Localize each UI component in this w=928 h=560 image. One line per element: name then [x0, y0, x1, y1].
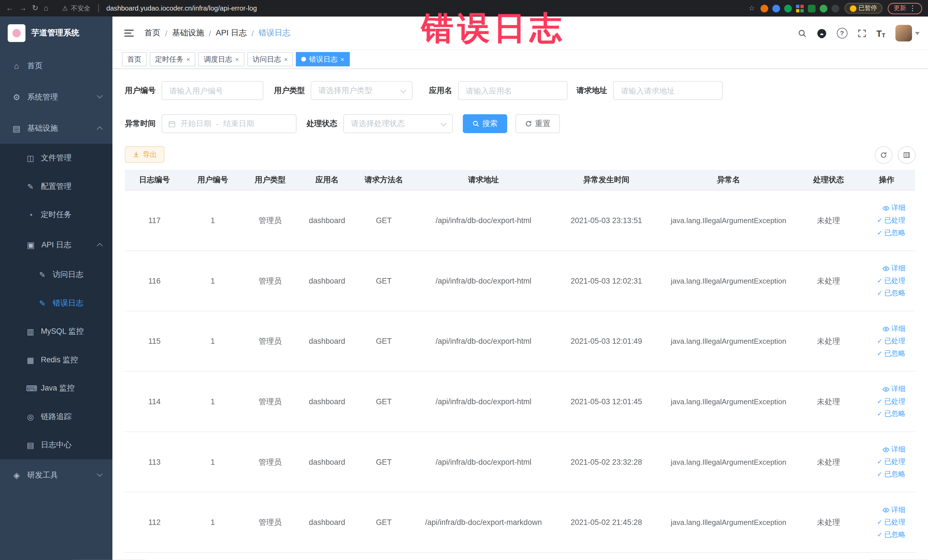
tag-error-log[interactable]: 错误日志 ×	[296, 52, 350, 67]
ignore-link[interactable]: ✓已忽略	[877, 530, 905, 540]
extension-icon-leaf[interactable]	[819, 5, 827, 12]
user-type-select[interactable]: 请选择用户类型	[311, 81, 412, 100]
close-icon[interactable]: ×	[340, 56, 344, 63]
extension-icon-on[interactable]	[807, 5, 815, 12]
app-logo[interactable]: 芋道管理系统	[0, 17, 112, 50]
export-button[interactable]: 导出	[125, 146, 165, 163]
sidebar-item-log-center[interactable]: ▤ 日志中心	[0, 431, 112, 459]
tools-icon: ◈	[12, 470, 21, 479]
sidebar-item-dev-tools[interactable]: ◈ 研发工具	[0, 459, 112, 491]
cell-exception: java.lang.IllegalArgumentException	[658, 397, 799, 406]
app-name-input[interactable]	[458, 81, 568, 100]
sidebar-item-access-log[interactable]: ✎ 访问日志	[0, 261, 112, 289]
ignore-link[interactable]: ✓已忽略	[877, 228, 905, 238]
breadcrumb-separator: /	[209, 29, 211, 38]
request-url-input[interactable]	[613, 81, 723, 100]
sidebar-item-system-mgmt[interactable]: ⚙ 系统管理	[0, 81, 112, 112]
processed-label: 已处理	[884, 397, 905, 406]
processed-link[interactable]: ✓已处理	[877, 215, 905, 225]
url-bar[interactable]: dashboard.yudao.iocoder.cn/infra/log/api…	[107, 5, 257, 12]
search-button[interactable]: 搜索	[463, 114, 507, 133]
reset-button[interactable]: 重置	[516, 114, 560, 133]
extension-icon-grid[interactable]	[796, 5, 803, 12]
security-indicator[interactable]: ⚠ 不安全	[62, 4, 90, 12]
home-icon[interactable]: ⌂	[44, 0, 48, 17]
breadcrumb-home[interactable]: 首页	[144, 28, 160, 38]
processed-link[interactable]: ✓已处理	[877, 397, 905, 406]
close-icon[interactable]: ×	[186, 56, 190, 63]
detail-link[interactable]: 详细	[882, 505, 905, 515]
detail-link[interactable]: 详细	[882, 444, 905, 455]
chevron-down-icon	[97, 471, 103, 477]
detail-link[interactable]: 详细	[882, 263, 905, 273]
search-icon[interactable]	[798, 29, 806, 38]
close-icon[interactable]: ×	[284, 56, 288, 63]
detail-link[interactable]: 详细	[882, 324, 905, 334]
tag-access-log[interactable]: 访问日志 ×	[247, 52, 293, 67]
detail-label: 详细	[891, 444, 905, 455]
breadcrumb-infrastructure[interactable]: 基础设施	[172, 28, 204, 38]
cell-method: GET	[355, 216, 412, 225]
reload-icon[interactable]: ↻	[32, 0, 38, 17]
warning-icon: ⚠	[62, 5, 68, 12]
processed-link[interactable]: ✓已处理	[877, 336, 905, 346]
ignore-link[interactable]: ✓已忽略	[877, 469, 905, 479]
table-row: 115 1 管理员 dashboard GET /api/infra/db-do…	[125, 311, 915, 372]
bookmark-star-icon[interactable]: ☆	[749, 4, 755, 12]
table-row: 112 1 管理员 dashboard GET /api/infra/db-do…	[125, 492, 915, 553]
processed-link[interactable]: ✓已处理	[877, 457, 905, 467]
more-menu-icon[interactable]: ⋮	[909, 4, 916, 12]
tag-home[interactable]: 首页	[122, 52, 147, 67]
date-range-picker[interactable]: 开始日期 - 结束日期	[162, 114, 296, 133]
column-settings-button[interactable]	[898, 146, 916, 164]
sidebar-item-trace[interactable]: ◎ 链路追踪	[0, 403, 112, 431]
filter-user-type: 用户类型 请选择用户类型	[274, 81, 412, 100]
ignore-link[interactable]: ✓已忽略	[877, 409, 905, 419]
sidebar-item-infrastructure[interactable]: ▤ 基础设施	[0, 112, 112, 144]
tag-cron-job[interactable]: 定时任务 ×	[150, 52, 196, 67]
tag-label: 访问日志	[253, 54, 281, 64]
ignore-link[interactable]: ✓已忽略	[877, 288, 905, 298]
sidebar-item-file-mgmt[interactable]: ◫ 文件管理	[0, 144, 112, 172]
extension-icon-green[interactable]	[784, 5, 792, 12]
forward-icon[interactable]: →	[19, 0, 26, 17]
range-separator: -	[216, 119, 218, 128]
detail-link[interactable]: 详细	[882, 384, 905, 394]
extension-icon-paw[interactable]	[831, 5, 839, 12]
columns-icon	[903, 151, 910, 159]
filter-label: 请求地址	[577, 85, 607, 96]
ignore-link[interactable]: ✓已忽略	[877, 349, 905, 359]
user-id-input[interactable]	[162, 81, 263, 100]
update-button[interactable]: 更新 ⋮	[888, 3, 922, 14]
page-content: 用户编号 用户类型 请选择用户类型 应用名 请求地址	[112, 69, 928, 560]
breadcrumb-api-log[interactable]: API 日志	[216, 28, 247, 38]
help-icon[interactable]: ?	[837, 28, 847, 38]
sidebar-item-cron-job[interactable]: ◔ 定时任务	[0, 201, 112, 229]
extension-icon-blue[interactable]	[772, 5, 780, 12]
extension-icon-orange[interactable]	[760, 5, 768, 12]
fullscreen-icon[interactable]	[858, 29, 866, 38]
detail-link[interactable]: 详细	[882, 203, 905, 213]
sidebar-item-home[interactable]: ⌂ 首页	[0, 50, 112, 81]
sidebar-item-redis-monitor[interactable]: ▦ Redis 监控	[0, 346, 112, 374]
user-avatar-menu[interactable]	[896, 25, 920, 41]
sidebar-item-error-log[interactable]: ✎ 错误日志	[0, 289, 112, 317]
tag-schedule-log[interactable]: 调度日志 ×	[198, 52, 244, 67]
sidebar-item-mysql-monitor[interactable]: ▥ MySQL 监控	[0, 317, 112, 346]
processed-link[interactable]: ✓已处理	[877, 276, 905, 286]
sidebar-item-config-mgmt[interactable]: ✎ 配置管理	[0, 172, 112, 201]
process-status-select[interactable]: 请选择处理状态	[343, 114, 453, 133]
github-icon[interactable]	[817, 28, 826, 38]
cell-user-type: 管理员	[241, 457, 299, 467]
paused-badge[interactable]: 已暂停	[844, 3, 882, 14]
sidebar-item-java-monitor[interactable]: ⌨ Java 监控	[0, 374, 112, 403]
refresh-table-button[interactable]	[875, 146, 892, 164]
cell-status: 未处理	[799, 457, 858, 467]
back-icon[interactable]: ←	[6, 0, 14, 17]
close-icon[interactable]: ×	[235, 56, 239, 63]
sidebar-item-api-log[interactable]: ▣ API 日志	[0, 229, 112, 261]
hamburger-icon[interactable]	[124, 30, 134, 37]
processed-link[interactable]: ✓已处理	[877, 517, 905, 527]
font-size-icon[interactable]: TT	[876, 28, 885, 38]
filter-label: 用户编号	[125, 85, 156, 96]
